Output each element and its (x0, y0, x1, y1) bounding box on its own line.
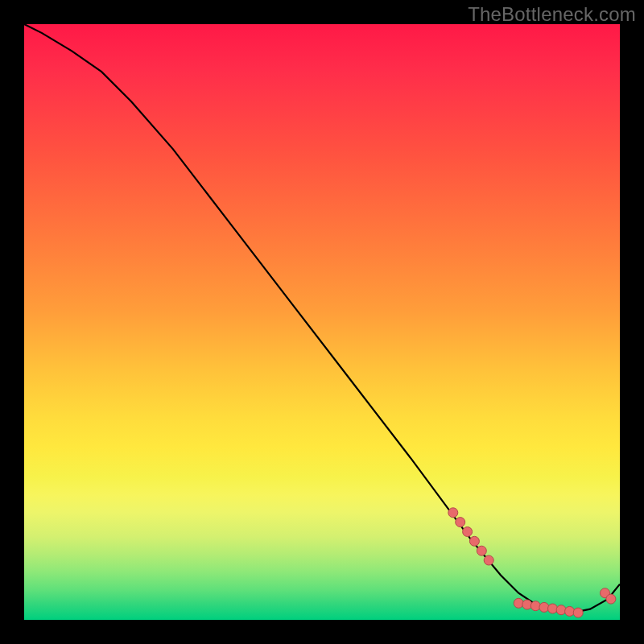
plot-area (24, 24, 620, 620)
data-point (606, 594, 616, 604)
data-point (539, 602, 549, 612)
data-point (477, 546, 486, 555)
data-point (530, 601, 540, 611)
data-point (556, 605, 566, 615)
data-point (548, 604, 558, 613)
bottleneck-curve (24, 24, 620, 613)
curve-chart (24, 24, 620, 620)
data-point (522, 600, 532, 609)
data-point (484, 555, 493, 565)
data-point (456, 518, 465, 527)
data-point (469, 536, 479, 546)
data-point (573, 608, 583, 617)
data-point (448, 508, 458, 518)
data-point (565, 606, 575, 616)
data-point (514, 598, 523, 608)
chart-container: TheBottleneck.com (0, 0, 644, 644)
data-point (463, 527, 473, 537)
watermark-text: TheBottleneck.com (468, 3, 636, 26)
